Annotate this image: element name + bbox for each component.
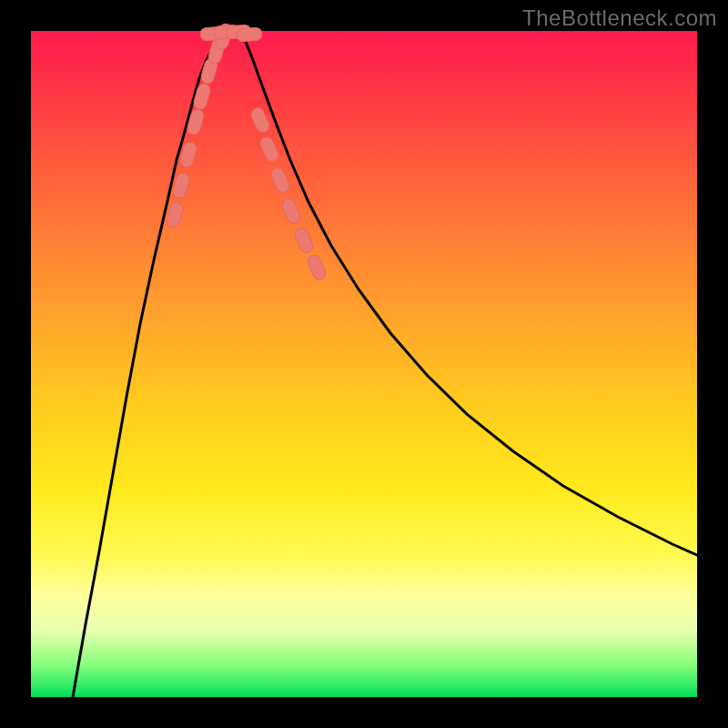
right-markers-point xyxy=(280,197,302,225)
right-markers-point xyxy=(306,253,328,281)
right-markers-point xyxy=(269,166,291,194)
left-curve xyxy=(73,32,229,697)
svg-rect-17 xyxy=(237,27,263,42)
right-markers-point xyxy=(258,135,280,163)
svg-rect-0 xyxy=(165,201,184,229)
svg-rect-10 xyxy=(269,166,291,194)
svg-rect-4 xyxy=(192,83,211,111)
marker-layer xyxy=(165,23,328,282)
svg-rect-12 xyxy=(293,226,315,254)
right-curve xyxy=(240,32,697,555)
left-markers-point xyxy=(165,201,184,229)
chart-frame: TheBottleneck.com xyxy=(0,0,728,728)
left-markers-point xyxy=(192,83,211,111)
watermark-text: TheBottleneck.com xyxy=(522,5,717,31)
chart-svg xyxy=(31,31,697,697)
svg-rect-13 xyxy=(306,253,328,281)
right-markers-point xyxy=(249,106,271,134)
curve-layer xyxy=(73,32,697,697)
plot-area xyxy=(31,31,697,697)
bottom-markers-point xyxy=(237,27,263,42)
right-markers-point xyxy=(293,226,315,254)
svg-rect-11 xyxy=(280,197,302,225)
svg-rect-9 xyxy=(258,135,280,163)
svg-rect-8 xyxy=(249,106,271,134)
